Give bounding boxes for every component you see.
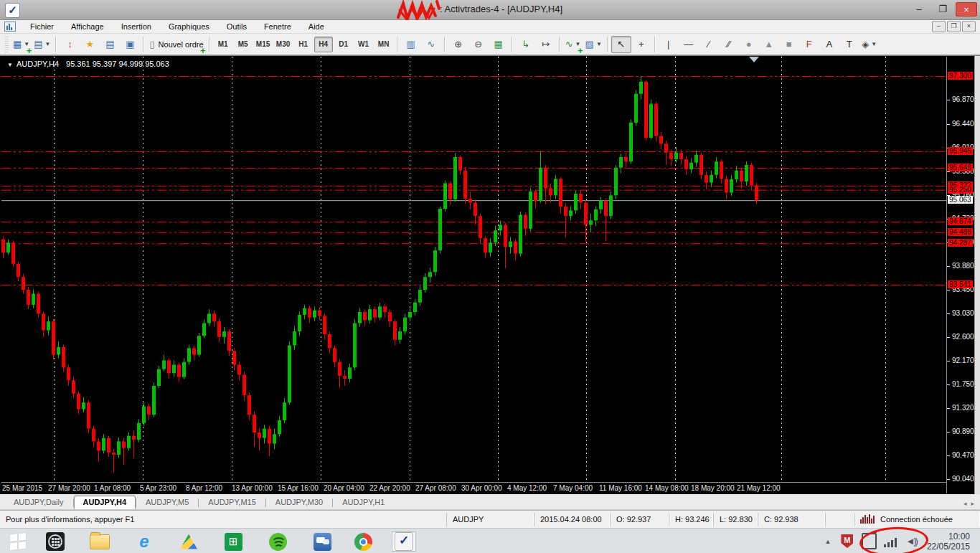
menu-outils[interactable]: Outils [218, 21, 255, 32]
mcafee-icon[interactable]: M [841, 534, 853, 548]
taskbar-windows-store-button[interactable]: ⊞ [221, 531, 245, 552]
chart-shift-marker[interactable] [749, 57, 759, 62]
fibonacci-button[interactable]: F [799, 36, 819, 53]
taskbar-chrome-button[interactable] [351, 531, 375, 552]
bar-chart-button[interactable]: ▥ [401, 36, 421, 53]
menu-fenetre[interactable]: Fenetre [255, 21, 300, 32]
level-price-label: 94.488 [948, 228, 973, 236]
minimize-button[interactable]: – [908, 2, 930, 16]
mdi-minimize-button[interactable]: – [932, 21, 946, 32]
status-spacer [825, 513, 854, 526]
text-label-button[interactable]: T [839, 36, 859, 53]
level-price-label: 93.541 [948, 280, 973, 288]
menu-graphiques[interactable]: Graphiques [160, 21, 218, 32]
open-profiles-button[interactable]: ▤▼ [32, 36, 52, 53]
hidden-icons-button[interactable]: ▲ [824, 538, 831, 545]
line-chart-button[interactable]: ∿ [421, 36, 441, 53]
taskbar-internet-explorer-button[interactable]: e [132, 531, 156, 552]
timeframe-m5-button[interactable]: M5 [234, 37, 253, 52]
templates-button[interactable]: ▨▼ [583, 36, 604, 53]
tab-audjpy-daily[interactable]: AUDJPY,Daily [4, 496, 73, 509]
timeframe-m1-button[interactable]: M1 [214, 37, 232, 52]
menu-insertion[interactable]: Insertion [113, 21, 160, 32]
chart-system-icon[interactable] [4, 22, 16, 32]
time-axis-label: 27 Apr 08:00 [415, 484, 456, 492]
auto-scroll-button[interactable]: ↳ [516, 36, 536, 53]
ellipse-icon: ● [746, 39, 752, 49]
menu-affichage[interactable]: Affichage [62, 21, 113, 32]
text-button[interactable]: A [819, 36, 839, 53]
tab-audjpy-m5[interactable]: AUDJPY,M5 [136, 496, 198, 509]
rectangle-button[interactable]: ■ [779, 36, 799, 53]
chart-plot-area[interactable] [1, 57, 946, 482]
chat-icon [314, 533, 331, 551]
time-axis-label: 25 Mar 2015 [2, 484, 42, 492]
time-axis-label: 13 Apr 00:00 [232, 484, 273, 492]
dropdown-arrow-icon: ▼ [871, 41, 877, 47]
triangle-button[interactable]: ▲ [759, 36, 779, 53]
cursor-button[interactable]: ↖ [611, 36, 631, 53]
timeframe-m15-button[interactable]: M15 [254, 37, 273, 52]
tab-audjpy-m15[interactable]: AUDJPY,M15 [199, 496, 265, 509]
close-button[interactable]: × [956, 2, 977, 16]
timeframe-w1-button[interactable]: W1 [354, 37, 373, 52]
taskbar-spotify-button[interactable] [265, 531, 290, 552]
taskbar-file-explorer-button[interactable] [88, 531, 112, 552]
favorites-button[interactable]: ★ [80, 36, 100, 53]
dropdown-arrow-icon: ▼ [596, 41, 602, 47]
vertical-line-button[interactable]: | [659, 36, 679, 53]
taskbar-chat-button[interactable] [310, 531, 334, 552]
status-close: C: 92.938 [758, 513, 825, 526]
menu-aide[interactable]: Aide [300, 21, 333, 32]
price-tick-label: 92.600 [952, 333, 974, 341]
new-chart-button[interactable]: ▦+▼ [11, 36, 32, 53]
tab-audjpy-h1[interactable]: AUDJPY,H1 [333, 496, 394, 509]
time-axis[interactable]: 25 Mar 201527 Mar 20:001 Apr 08:005 Apr … [1, 482, 946, 493]
time-axis-label: 14 May 08:00 [645, 484, 689, 492]
battery-icon[interactable] [862, 533, 877, 549]
new-order-button[interactable]: ▯+Nouvel ordre [147, 36, 205, 53]
menu-fichier[interactable]: Fichier [22, 21, 62, 32]
taskbar-apps-button[interactable] [43, 531, 67, 552]
network-signal-icon[interactable] [884, 536, 897, 547]
terminal-button[interactable]: ▣ [120, 36, 140, 53]
channel-button[interactable]: ∕∕ [719, 36, 739, 53]
ellipse-button[interactable]: ● [739, 36, 759, 53]
timeframe-h1-button[interactable]: H1 [294, 37, 313, 52]
mdi-restore-button[interactable]: ❐ [947, 21, 961, 32]
market-watch-button[interactable]: ↕ [60, 36, 80, 53]
crosshair-button[interactable]: + [631, 36, 651, 53]
rectangle-icon: ■ [786, 39, 792, 49]
navigator-button[interactable]: ▤ [100, 36, 120, 53]
timeframe-mn-button[interactable]: MN [374, 37, 393, 52]
timeframe-h4-button[interactable]: H4 [314, 37, 333, 52]
zoom-out-button[interactable]: ⊖ [468, 36, 489, 53]
timeframe-m30-button[interactable]: M30 [274, 37, 293, 52]
zoom-in-button[interactable]: ⊕ [448, 36, 468, 53]
price-axis[interactable]: 96.87096.44096.01095.58095.16094.73094.3… [946, 57, 974, 493]
restore-button[interactable]: ❐ [932, 2, 953, 16]
taskbar-start-button[interactable] [6, 531, 30, 552]
chart-dropdown-icon[interactable]: ▼ [7, 62, 13, 68]
indicators-button[interactable]: ∿+▼ [563, 36, 583, 53]
price-tick-label: 91.320 [952, 404, 974, 412]
arrows-button[interactable]: ◈▼ [859, 36, 880, 53]
volume-icon[interactable]: ◄)) [905, 536, 917, 547]
mdi-close-button[interactable]: × [962, 21, 976, 32]
tile-windows-button[interactable]: ▦ [489, 36, 509, 53]
tab-scroll-left-button[interactable]: ◂ [963, 500, 967, 507]
tab-scroll-right-button[interactable]: ▸ [971, 500, 974, 507]
horizontal-line-button[interactable]: — [679, 36, 699, 53]
taskbar-google-drive-button[interactable] [176, 531, 201, 552]
price-tick-label: 96.440 [952, 120, 974, 128]
price-tick-label: 90.470 [952, 451, 974, 459]
timeframe-d1-button[interactable]: D1 [334, 37, 353, 52]
trendline-button[interactable]: ∕ [699, 36, 719, 53]
chart-shift-button[interactable]: ↦ [536, 36, 556, 53]
tab-audjpy-m30[interactable]: AUDJPY,M30 [266, 496, 332, 509]
tab-audjpy-h4[interactable]: AUDJPY,H4 [74, 496, 136, 509]
clock[interactable]: 10:00 22/05/2015 [927, 531, 980, 552]
taskbar-metatrader-button[interactable]: ✓ [392, 531, 416, 552]
time-axis-label: 15 Apr 16:00 [278, 484, 319, 492]
app-logo-icon: ✓ [5, 3, 20, 18]
